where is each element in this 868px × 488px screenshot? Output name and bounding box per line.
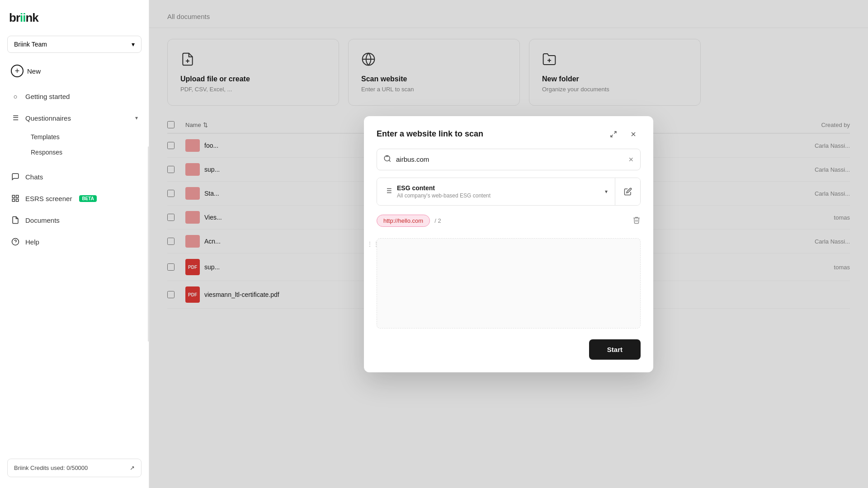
- modal-footer: Start: [364, 339, 653, 372]
- sidebar-label-help: Help: [25, 238, 39, 246]
- help-icon: [11, 237, 20, 246]
- url-input-row: ✕: [377, 149, 641, 170]
- svg-line-13: [611, 135, 613, 137]
- main-content: All documents Upload file or create PDF,…: [149, 0, 868, 488]
- sidebar-item-questionnaires[interactable]: ☰ Questionnaires ▾ Templates Responses: [7, 109, 142, 164]
- svg-line-12: [614, 131, 616, 134]
- scan-content-area: [377, 238, 641, 328]
- sidebar-item-esrs-screener[interactable]: ESRS screener BETA: [7, 189, 142, 207]
- questionnaires-chevron-icon: ▾: [135, 115, 138, 121]
- esrs-icon: [11, 194, 20, 203]
- questionnaire-desc: All company's web-based ESG content: [397, 192, 600, 199]
- questionnaire-edit-button[interactable]: [615, 178, 640, 205]
- team-selector[interactable]: Briink Team ▾: [7, 36, 142, 53]
- sidebar-item-getting-started[interactable]: ○ Getting started: [7, 87, 142, 105]
- svg-rect-1: [16, 195, 19, 197]
- scan-modal: ⋮⋮ Enter a website link to scan: [364, 116, 653, 372]
- sidebar-label-chats: Chats: [25, 173, 43, 181]
- new-button[interactable]: + New: [7, 60, 142, 82]
- drag-handle[interactable]: ⋮⋮: [364, 237, 382, 251]
- questionnaire-info: ESG content All company's web-based ESG …: [397, 184, 600, 199]
- team-chevron-icon: ▾: [132, 41, 135, 48]
- url-tags-area: http://hello.com / 2: [377, 213, 641, 229]
- questionnaire-icon: [384, 187, 392, 197]
- questionnaires-sub-items: Templates Responses: [11, 130, 138, 160]
- sidebar-item-responses[interactable]: Responses: [25, 145, 138, 160]
- svg-rect-2: [12, 199, 14, 202]
- sidebar-divider: [148, 146, 149, 342]
- new-circle-icon: +: [11, 65, 24, 77]
- questionnaires-icon: ☰: [11, 113, 20, 122]
- questionnaire-title: ESG content: [397, 184, 600, 192]
- tag-count: / 2: [434, 217, 441, 224]
- close-button[interactable]: [626, 127, 641, 141]
- credits-display[interactable]: Briink Credits used: 0/50000 ↗: [7, 459, 142, 477]
- svg-line-17: [389, 160, 390, 161]
- questionnaire-selector-row: ESG content All company's web-based ESG …: [377, 178, 641, 206]
- documents-icon: [11, 216, 20, 225]
- sidebar: briink Briink Team ▾ + New ○ Getting sta…: [0, 0, 149, 488]
- delete-tag-button[interactable]: [632, 216, 641, 226]
- sidebar-label-getting-started: Getting started: [25, 93, 70, 100]
- questionnaire-selector[interactable]: ESG content All company's web-based ESG …: [377, 178, 615, 205]
- credits-arrow-icon: ↗: [130, 465, 135, 471]
- chats-icon: [11, 172, 20, 181]
- sidebar-label-documents: Documents: [25, 216, 60, 224]
- svg-rect-0: [12, 195, 14, 197]
- modal-header-actions: [606, 127, 641, 141]
- url-tag[interactable]: http://hello.com: [377, 215, 430, 227]
- sidebar-label-esrs-screener: ESRS screener: [25, 195, 72, 202]
- sidebar-item-chats[interactable]: Chats: [7, 168, 142, 186]
- modal-header: Enter a website link to scan: [364, 116, 653, 149]
- svg-rect-3: [16, 199, 19, 202]
- questionnaire-chevron-icon: ▾: [605, 188, 608, 195]
- sidebar-item-help[interactable]: Help: [7, 233, 142, 251]
- url-input[interactable]: [396, 155, 624, 163]
- start-button[interactable]: Start: [589, 339, 641, 360]
- sidebar-item-documents[interactable]: Documents: [7, 211, 142, 229]
- beta-badge: BETA: [79, 195, 96, 202]
- new-button-label: New: [27, 67, 41, 75]
- modal-overlay: ⋮⋮ Enter a website link to scan: [149, 0, 868, 488]
- sidebar-label-questionnaires: Questionnaires: [25, 114, 71, 122]
- getting-started-icon: ○: [11, 92, 20, 101]
- url-clear-button[interactable]: ✕: [628, 156, 634, 163]
- sidebar-item-templates[interactable]: Templates: [25, 130, 138, 144]
- app-logo: briink: [7, 11, 142, 25]
- credits-label: Briink Credits used: 0/50000: [14, 465, 88, 471]
- modal-title: Enter a website link to scan: [377, 129, 483, 139]
- team-name: Briink Team: [14, 41, 47, 48]
- minimize-button[interactable]: [606, 127, 621, 141]
- search-icon: [383, 155, 392, 164]
